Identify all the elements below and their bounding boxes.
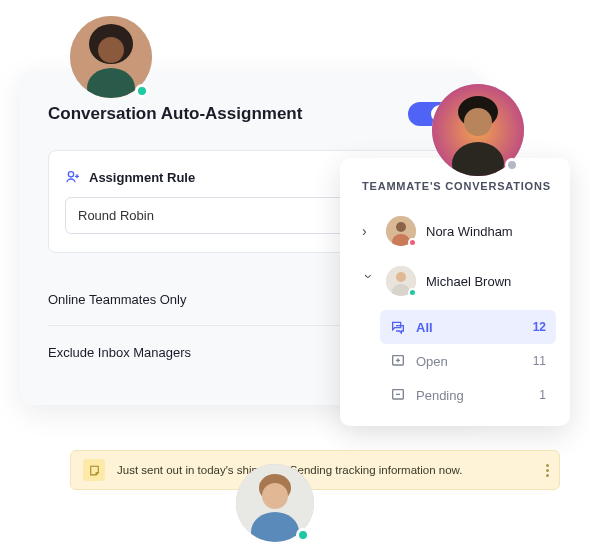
svg-point-5 [396,272,406,282]
panel-title: TEAMMATE'S CONVERSATIONS [354,180,556,192]
teammate-name: Michael Brown [426,274,511,289]
teammate-row-nora[interactable]: › Nora Windham [354,210,556,252]
option-label: Exclude Inbox Managers [48,345,191,360]
conv-label: Pending [416,388,464,403]
notification-text: Just sent out in today's shipment. Sendi… [117,464,534,476]
conv-count: 1 [539,388,546,402]
teammates-panel: TEAMMATE'S CONVERSATIONS › Nora Windham … [340,158,570,426]
option-label: Online Teammates Only [48,292,187,307]
notification-toast: Just sent out in today's shipment. Sendi… [70,450,560,490]
assignment-rule-label-text: Assignment Rule [89,170,195,185]
conv-label: Open [416,354,448,369]
status-dot-away [505,158,519,172]
chevron-right-icon: › [362,223,376,239]
svg-point-19 [262,483,288,509]
svg-point-15 [464,108,492,136]
chat-pending-icon [390,387,406,403]
note-icon [83,459,105,481]
user-plus-icon [65,169,81,185]
conversation-list: All 12 Open 11 Pending 1 [354,310,556,412]
svg-point-2 [396,222,406,232]
conv-count: 12 [533,320,546,334]
svg-point-0 [68,172,73,177]
conv-item-open[interactable]: Open 11 [380,344,556,378]
card-header: Conversation Auto-Assignment [48,102,452,126]
status-dot-online [408,288,417,297]
chevron-down-icon: › [361,274,377,288]
status-dot-busy [408,238,417,247]
conv-item-all[interactable]: All 12 [380,310,556,344]
avatar [386,266,416,296]
conv-count: 11 [533,354,546,368]
conv-item-pending[interactable]: Pending 1 [380,378,556,412]
svg-point-11 [98,37,124,63]
teammate-row-michael[interactable]: › Michael Brown [354,260,556,302]
chat-open-icon [390,353,406,369]
chat-all-icon [390,319,406,335]
card-title: Conversation Auto-Assignment [48,104,302,124]
teammate-name: Nora Windham [426,224,513,239]
avatar [386,216,416,246]
status-dot-online [296,528,310,542]
status-dot-online [135,84,149,98]
conv-label: All [416,320,433,335]
more-icon[interactable] [546,464,549,477]
